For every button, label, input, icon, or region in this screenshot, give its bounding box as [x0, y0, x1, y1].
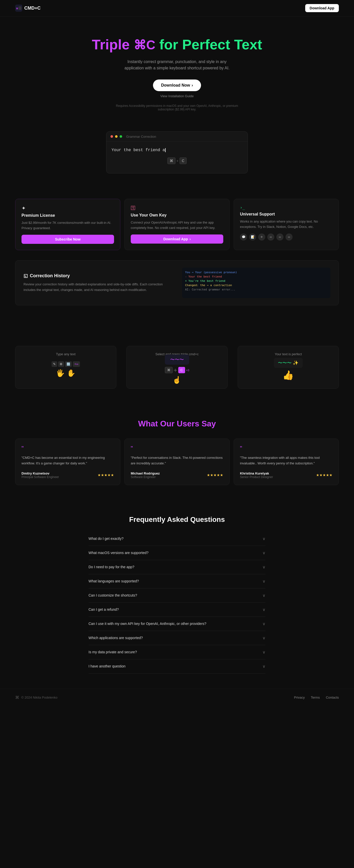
quote-icon-3: ": [240, 445, 332, 452]
footer-links: Privacy Terms Contacts: [294, 695, 339, 700]
faq-item-2: Do I need to pay for the app? ∨: [88, 560, 266, 574]
feature-universal: ›_ Universal Support Works in any applic…: [234, 199, 339, 250]
app-icon-3: ✈: [258, 234, 265, 241]
ch-line-3: + You're the best friend: [185, 279, 327, 283]
faq-question-5[interactable]: Can I get a refund? ∨: [88, 602, 266, 617]
hero-note: Requires Accessibility permissions in ma…: [114, 104, 240, 111]
nav-download-button[interactable]: Download App: [305, 4, 339, 12]
terminal-icon: ›_: [240, 205, 332, 210]
logo-text: CMD+C: [24, 6, 41, 11]
key-icon: ⚿: [131, 205, 223, 211]
ch-line-4: Changed: the → a contraction: [185, 284, 327, 287]
step-3-label: Your text is perfect: [244, 352, 332, 356]
faq-item-9: I have another question ∨: [88, 659, 266, 674]
c-key: C: [180, 157, 187, 164]
testimonial-3: " "The seamless integration with all app…: [234, 439, 339, 485]
faq-question-4[interactable]: Can I customize the shortcuts? ∨: [88, 588, 266, 602]
testimonial-text-1: "CMD+C has become an essential tool in m…: [22, 455, 114, 466]
navbar: ⌘ CMD+C Download App: [0, 0, 354, 17]
author-info-2: Michael Rodriguez Software Engineer: [131, 471, 160, 479]
faq-chevron-9: ∨: [262, 664, 266, 669]
ch-line-1: You → Your (possessive pronoun): [185, 271, 327, 274]
faq-item-3: What languages are supported? ∨: [88, 574, 266, 588]
app-icon-1: 💬: [240, 234, 247, 241]
correction-history-section: ◱ Correction History Review your correct…: [0, 260, 354, 320]
author-role-1: Principal Software Engineer: [22, 475, 59, 479]
footer-contacts-link[interactable]: Contacts: [326, 695, 339, 700]
install-guide-link[interactable]: View Installation Guide: [15, 94, 339, 98]
correction-history-card: ◱ Correction History Review your correct…: [15, 260, 339, 305]
faq-item-6: Can I use it with my own API key for Ope…: [88, 617, 266, 631]
premium-desc: Just $2.99/month for 7K corrections/mont…: [22, 220, 114, 231]
premium-icon: ✦: [22, 205, 114, 211]
faq-chevron-2: ∨: [262, 565, 266, 569]
faq-question-7[interactable]: Which applications are supported? ∨: [88, 631, 266, 645]
author-info-1: Dmitry Kuznetsov Principal Software Engi…: [22, 471, 59, 479]
author-name-3: Khristina Kurelyak: [240, 471, 273, 475]
premium-title: Premium License: [22, 213, 114, 218]
testimonial-text-3: "The seamless integration with all apps …: [240, 455, 332, 466]
correction-history-desc: Review your correction history with deta…: [24, 282, 172, 293]
author-role-2: Software Engineer: [131, 475, 160, 479]
ch-line-5: AI: Corrected grammar error...: [185, 288, 327, 291]
faq-list: What do I get exactly? ∨ What macOS vers…: [88, 532, 266, 674]
hero-title: Triple ⌘C for Perfect Text: [15, 37, 339, 53]
testimonials-title: What Our Users Say: [15, 419, 339, 428]
stars-1: ★★★★★: [98, 473, 114, 477]
footer-terms-link[interactable]: Terms: [311, 695, 320, 700]
demo-content: Your the best friend a ⌘ + C: [106, 142, 248, 168]
app-icon-2: 📝: [249, 234, 256, 241]
footer-logo-icon: ⌘: [15, 695, 19, 700]
faq-question-6[interactable]: Can I use it with my own API key for Ope…: [88, 617, 266, 631]
step-3-visual: 〜〜〜 ✨ 👍: [244, 359, 332, 379]
steps-grid: Type any text ✎ ⚙ 🔡 +∞ 🖐 ✋ Select and pr…: [15, 346, 339, 389]
faq-chevron-8: ∨: [262, 650, 266, 655]
faq-question-3[interactable]: What languages are supported? ∨: [88, 574, 266, 588]
hero-download-button[interactable]: Download Now ›: [153, 80, 201, 91]
logo[interactable]: ⌘ CMD+C: [15, 5, 41, 12]
faq-chevron-7: ∨: [262, 636, 266, 640]
faq-chevron-5: ∨: [262, 607, 266, 612]
ch-line-2: - Your the best friend: [185, 275, 327, 278]
faq-title: Frequently Asked Questions: [15, 516, 339, 524]
step-1: Type any text ✎ ⚙ 🔡 +∞ 🖐 ✋: [15, 346, 116, 389]
faq-question-8[interactable]: Is my data private and secure? ∨: [88, 645, 266, 659]
testimonial-text-2: "Perfect for conversations in Slack. The…: [131, 455, 223, 466]
faq-chevron-0: ∨: [262, 536, 266, 541]
faq-section: Frequently Asked Questions What do I get…: [0, 500, 354, 689]
feature-download-button[interactable]: Download App ›: [131, 235, 223, 244]
faq-item-4: Can I customize the shortcuts? ∨: [88, 588, 266, 602]
stars-2: ★★★★★: [207, 473, 223, 477]
features-section: ✦ Premium License Just $2.99/month for 7…: [0, 189, 354, 260]
author-name-2: Michael Rodriguez: [131, 471, 160, 475]
faq-question-1[interactable]: What macOS versions are supported? ∨: [88, 546, 266, 560]
universal-title: Universal Support: [240, 212, 332, 216]
testimonials-section: What Our Users Say " "CMD+C has become a…: [0, 404, 354, 500]
step1-icon1: ✎: [51, 361, 57, 367]
author-name-1: Dmitry Kuznetsov: [22, 471, 59, 475]
footer-privacy-link[interactable]: Privacy: [294, 695, 305, 700]
step2-kbd-row: ⌘ + C ×3: [165, 367, 189, 374]
step1-hand: 🖐 ✋: [51, 369, 80, 377]
feature-own-key: ⚿ Use Your Own Key Connect your OpenAI/A…: [125, 199, 229, 250]
app-icon-5: ∞: [276, 234, 283, 241]
correction-history-left: ◱ Correction History Review your correct…: [24, 273, 172, 293]
step1-icon3: 🔡: [65, 361, 72, 367]
demo-shortcut: ⌘ + C: [111, 157, 243, 164]
app-icon-4: ∞: [267, 234, 274, 241]
testimonial-1: " "CMD+C has become an essential tool in…: [15, 439, 120, 485]
author-role-3: Senior Product Designer: [240, 475, 273, 479]
faq-question-2[interactable]: Do I need to pay for the app? ∨: [88, 560, 266, 574]
author-info-3: Khristina Kurelyak Senior Product Design…: [240, 471, 273, 479]
faq-question-0[interactable]: What do I get exactly? ∨: [88, 532, 266, 546]
faq-chevron-4: ∨: [262, 593, 266, 598]
faq-question-9[interactable]: I have another question ∨: [88, 659, 266, 673]
author-row-3: Khristina Kurelyak Senior Product Design…: [240, 471, 332, 479]
step1-icon2: ⚙: [58, 361, 64, 367]
subscribe-button[interactable]: Subscribe Now: [22, 235, 114, 244]
demo-titlebar: Grammar Correction: [106, 132, 248, 142]
app-icon-6: ∞: [285, 234, 292, 241]
testimonial-2: " "Perfect for conversations in Slack. T…: [125, 439, 229, 485]
demo-title: Grammar Correction: [126, 135, 156, 138]
faq-item-0: What do I get exactly? ∨: [88, 532, 266, 546]
